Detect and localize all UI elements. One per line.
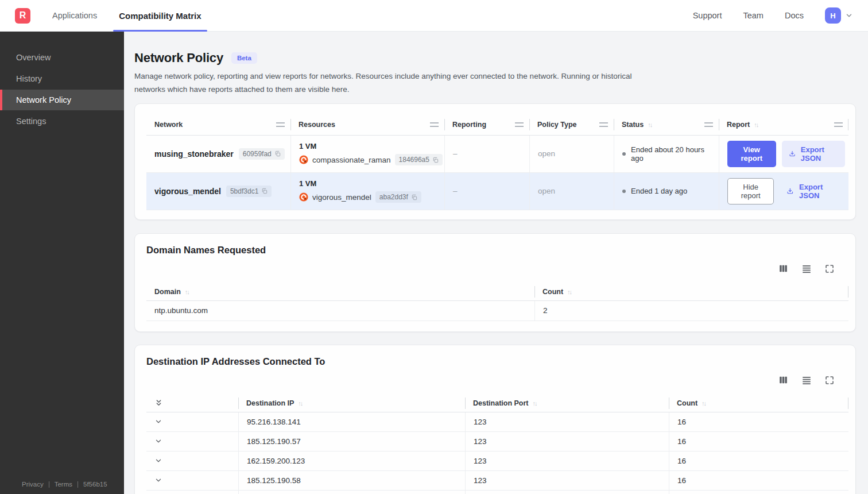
terms-link[interactable]: Terms xyxy=(55,481,72,488)
sort-icon[interactable]: ↑↓ xyxy=(533,400,538,407)
chevron-down-icon[interactable] xyxy=(154,418,162,426)
ip-table-row[interactable]: 95.216.100.21 123 16 xyxy=(146,491,848,494)
chevron-down-icon[interactable] xyxy=(154,437,162,445)
column-resize-handle-icon[interactable] xyxy=(704,122,713,127)
sort-icon[interactable]: ↑↓ xyxy=(298,400,303,407)
status-dot-icon xyxy=(622,190,626,193)
nav-link-docs[interactable]: Docs xyxy=(785,11,804,20)
column-resize-handle-icon[interactable] xyxy=(515,122,524,127)
chevron-down-icon[interactable] xyxy=(154,476,162,484)
network-name: musing_stonebraker xyxy=(154,149,234,159)
column-header-status[interactable]: Status ↑↓ xyxy=(614,114,719,135)
view-report-button[interactable]: View report xyxy=(727,141,776,167)
resource-id-badge[interactable]: aba2dd3f xyxy=(375,191,421,203)
fullscreen-icon[interactable] xyxy=(825,376,834,385)
network-id-badge[interactable]: 60959fad xyxy=(239,148,285,160)
row-density-icon[interactable] xyxy=(801,264,812,274)
column-header-expand-all[interactable] xyxy=(146,395,238,412)
policy-type-cell: open xyxy=(529,173,614,210)
nav-link-support[interactable]: Support xyxy=(693,11,722,20)
column-resize-handle-icon[interactable] xyxy=(599,122,608,127)
expander-cell[interactable] xyxy=(146,451,238,470)
column-header-resources[interactable]: Resources xyxy=(290,114,444,135)
sort-icon[interactable]: ↑↓ xyxy=(702,400,707,407)
column-header-count[interactable]: Count ↑↓ xyxy=(669,395,848,412)
sidebar: Overview History Network Policy Settings… xyxy=(0,32,124,494)
export-json-button[interactable]: Export JSON xyxy=(782,141,845,167)
column-label: Resources xyxy=(299,121,335,129)
sort-icon[interactable]: ↑↓ xyxy=(567,288,572,295)
columns-icon[interactable] xyxy=(778,264,788,273)
network-table-row[interactable]: vigorous_mendel 5bdf3dc1 1 VM vigorous_m… xyxy=(146,173,848,210)
column-header-report[interactable]: Report ↑↓ xyxy=(719,114,848,135)
row-density-icon[interactable] xyxy=(801,375,812,385)
sidebar-item-history[interactable]: History xyxy=(0,68,124,89)
domain-cell: ntp.ubuntu.com xyxy=(146,301,534,321)
sort-icon[interactable]: ↑↓ xyxy=(754,121,759,128)
user-menu[interactable]: H xyxy=(825,7,853,24)
column-resize-handle-icon[interactable] xyxy=(276,122,285,127)
sort-icon[interactable]: ↑↓ xyxy=(185,288,190,295)
column-resize-handle-icon[interactable] xyxy=(430,122,439,127)
sidebar-item-network-policy[interactable]: Network Policy xyxy=(0,90,124,110)
export-json-button[interactable]: Export JSON xyxy=(780,178,845,204)
column-header-count[interactable]: Count ↑↓ xyxy=(534,283,848,300)
hide-report-button[interactable]: Hide report xyxy=(727,178,774,204)
fullscreen-icon[interactable] xyxy=(825,264,834,273)
ip-table-row[interactable]: 95.216.138.141 123 16 xyxy=(146,412,848,432)
sidebar-item-settings[interactable]: Settings xyxy=(0,111,124,132)
sidebar-item-overview[interactable]: Overview xyxy=(0,47,124,68)
network-id: 5bdf3dc1 xyxy=(230,187,258,195)
destination-ips-card: Destination IP Addresses Connected To De… xyxy=(134,345,856,494)
status-dot-icon xyxy=(622,152,626,156)
destination-ip-cell: 162.159.200.123 xyxy=(238,451,465,470)
column-label: Status xyxy=(622,121,644,129)
ip-table-row[interactable]: 185.125.190.57 123 16 xyxy=(146,432,848,451)
column-header-policy-type[interactable]: Policy Type xyxy=(529,114,614,135)
expander-cell[interactable] xyxy=(146,491,238,494)
column-label: Reporting xyxy=(452,121,486,129)
copy-icon[interactable] xyxy=(274,150,281,157)
avatar[interactable]: H xyxy=(825,7,841,24)
nav-link-team[interactable]: Team xyxy=(743,11,763,20)
reporting-cell: – xyxy=(444,173,529,210)
network-id-badge[interactable]: 5bdf3dc1 xyxy=(226,186,272,197)
resources-cell: 1 VM compassionate_raman 184696a5 xyxy=(290,136,444,172)
copy-icon[interactable] xyxy=(432,157,439,163)
column-resize-handle-icon[interactable] xyxy=(834,122,843,127)
app-logo[interactable]: R xyxy=(15,8,30,24)
destination-ip-cell: 95.216.100.21 xyxy=(238,491,465,494)
column-header-destination-port[interactable]: Destination Port ↑↓ xyxy=(465,395,669,412)
export-json-label: Export JSON xyxy=(801,145,838,163)
page-header: Network Policy Beta xyxy=(134,51,856,65)
resource-id-badge[interactable]: 184696a5 xyxy=(395,154,443,165)
copy-icon[interactable] xyxy=(261,188,268,194)
download-icon xyxy=(789,149,796,158)
column-header-domain[interactable]: Domain ↑↓ xyxy=(146,283,534,300)
expand-all-icon[interactable] xyxy=(154,399,163,407)
chevron-down-icon[interactable] xyxy=(154,457,162,465)
column-header-reporting[interactable]: Reporting xyxy=(444,114,529,135)
expander-cell[interactable] xyxy=(146,412,238,431)
column-header-destination-ip[interactable]: Destination IP ↑↓ xyxy=(238,395,465,412)
table-toolbar xyxy=(146,264,848,274)
domain-table-row[interactable]: ntp.ubuntu.com 2 xyxy=(146,301,848,321)
sort-icon[interactable]: ↑↓ xyxy=(648,121,653,128)
columns-icon[interactable] xyxy=(778,375,788,385)
network-table-row[interactable]: musing_stonebraker 60959fad 1 VM compass… xyxy=(146,136,848,173)
column-header-network[interactable]: Network xyxy=(146,114,290,135)
vm-icon xyxy=(299,155,308,164)
count-cell: 16 xyxy=(669,412,848,431)
nav-item-compatibility-matrix[interactable]: Compatibility Matrix xyxy=(119,0,201,32)
expander-cell[interactable] xyxy=(146,432,238,451)
expander-cell[interactable] xyxy=(146,471,238,490)
copy-icon[interactable] xyxy=(411,194,417,200)
ip-table-row[interactable]: 162.159.200.123 123 16 xyxy=(146,451,848,471)
resource-name: vigorous_mendel xyxy=(312,193,371,202)
nav-item-applications[interactable]: Applications xyxy=(52,0,97,32)
ip-table-row[interactable]: 185.125.190.58 123 16 xyxy=(146,471,848,491)
privacy-link[interactable]: Privacy xyxy=(22,481,44,488)
vm-count: 1 VM xyxy=(299,142,316,150)
status-cell: Ended about 20 hours ago xyxy=(614,136,719,172)
policy-type-cell: open xyxy=(529,136,614,172)
